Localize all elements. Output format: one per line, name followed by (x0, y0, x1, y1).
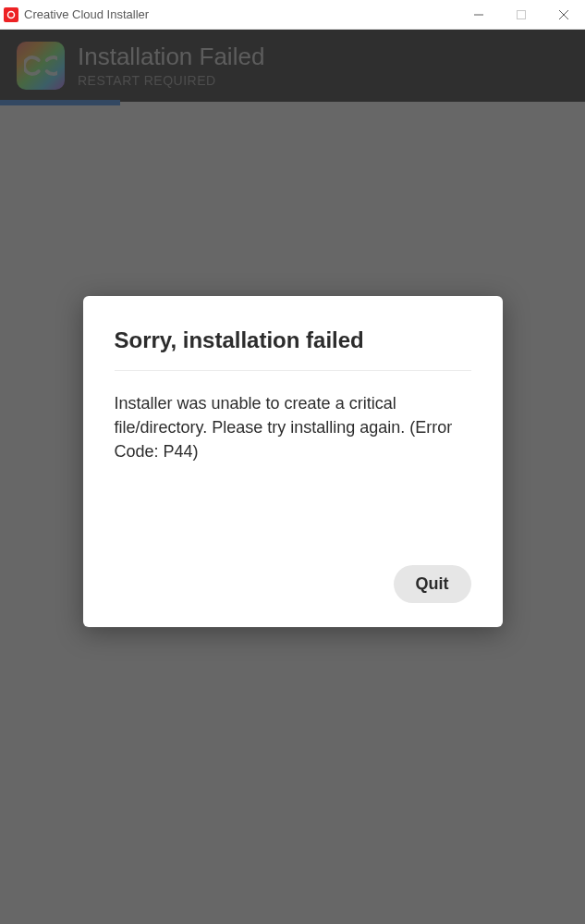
maximize-button[interactable] (500, 0, 542, 29)
window-controls (457, 0, 585, 29)
window-title: Creative Cloud Installer (24, 7, 149, 21)
dialog-title: Sorry, installation failed (115, 327, 471, 371)
dialog-message: Installer was unable to create a critica… (115, 391, 471, 463)
titlebar-left: Creative Cloud Installer (4, 7, 149, 22)
app-icon (4, 7, 18, 22)
svg-point-0 (8, 11, 15, 18)
minimize-button[interactable] (457, 0, 500, 29)
error-dialog: Sorry, installation failed Installer was… (83, 296, 503, 627)
close-button[interactable] (542, 0, 585, 29)
window-titlebar: Creative Cloud Installer (0, 0, 585, 30)
quit-button[interactable]: Quit (394, 565, 471, 603)
dialog-actions: Quit (115, 565, 471, 603)
modal-overlay: Sorry, installation failed Installer was… (0, 30, 585, 924)
svg-rect-2 (518, 10, 526, 18)
